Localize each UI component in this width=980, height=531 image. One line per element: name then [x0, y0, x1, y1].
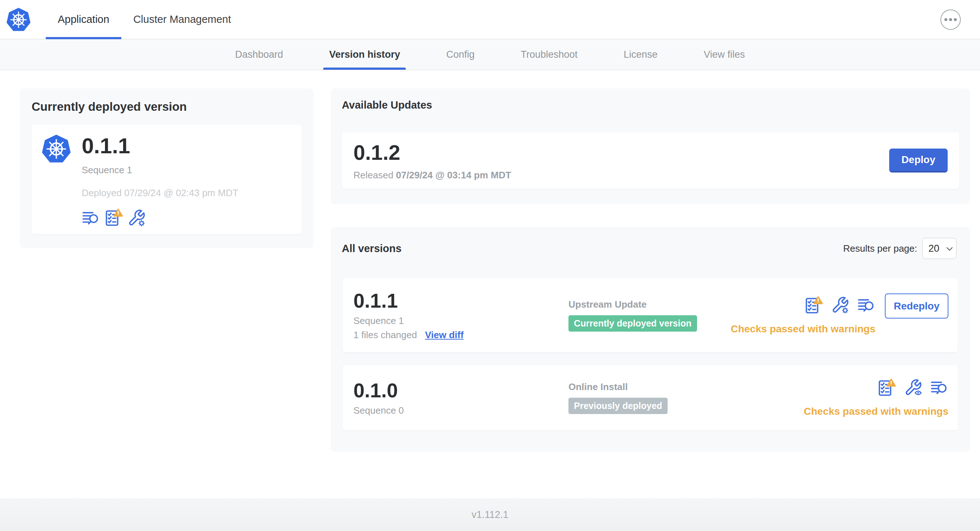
version-row-actions: Checks passed with warnings Redeploy — [731, 296, 948, 335]
ellipsis-icon — [949, 18, 952, 21]
kubernetes-logo-icon — [6, 6, 31, 34]
results-per-page-select[interactable]: 20 — [922, 238, 956, 259]
released-label: Released — [353, 170, 393, 181]
edit-config-icon[interactable] — [831, 296, 849, 314]
tab-dashboard-label: Dashboard — [235, 49, 283, 60]
page-footer: v1.112.1 — [0, 498, 980, 531]
view-logs-icon[interactable] — [930, 378, 948, 397]
tab-license[interactable]: License — [618, 39, 663, 70]
deploy-button[interactable]: Deploy — [889, 149, 948, 173]
current-version-sequence: Sequence 1 — [82, 165, 238, 176]
tab-view-files[interactable]: View files — [698, 39, 751, 70]
results-per-page: Results per page: 20 — [843, 238, 956, 259]
version-number: 0.1.1 — [353, 290, 568, 312]
version-row-info: 0.1.1 Sequence 1 1 files changed View di… — [353, 290, 568, 341]
version-action-icons — [877, 378, 948, 397]
version-source-label: Online Install — [568, 382, 804, 393]
status-badge: Currently deployed version — [568, 315, 697, 332]
available-update-row: 0.1.2 Released 07/29/24 @ 03:14 pm MDT D… — [342, 132, 959, 189]
files-changed-count: 1 files changed — [353, 329, 417, 341]
released-value: 07/29/24 @ 03:14 pm MDT — [396, 170, 511, 181]
app-kubernetes-icon — [41, 134, 72, 165]
version-row-source: Upstream Update Currently deployed versi… — [568, 299, 731, 332]
available-updates-title: Available Updates — [342, 99, 959, 111]
version-action-icons — [804, 296, 875, 315]
checks-column: Checks passed with warnings — [731, 296, 875, 335]
more-menu-button[interactable] — [940, 10, 961, 30]
tab-cluster-management-label: Cluster Management — [133, 13, 231, 25]
tab-version-history[interactable]: Version history — [323, 39, 406, 70]
results-per-page-label: Results per page: — [843, 243, 917, 254]
tab-license-label: License — [624, 49, 657, 60]
preflight-checks-warning-icon[interactable] — [804, 296, 823, 315]
version-row-source: Online Install Previously deployed — [568, 382, 804, 414]
ellipsis-icon — [954, 18, 957, 21]
all-versions-card: All versions Results per page: 20 0.1.1 … — [331, 227, 970, 452]
all-versions-header: All versions Results per page: 20 — [342, 238, 959, 259]
current-version-details: 0.1.1 Sequence 1 Deployed 07/29/24 @ 02:… — [82, 134, 238, 225]
tab-application[interactable]: Application — [46, 0, 121, 39]
view-diff-link[interactable]: View diff — [425, 329, 463, 341]
view-logs-icon[interactable] — [857, 296, 875, 314]
version-row-actions: Checks passed with warnings — [804, 378, 948, 417]
view-config-icon[interactable] — [904, 378, 922, 397]
version-source-label: Upstream Update — [568, 299, 731, 310]
version-number: 0.1.0 — [353, 380, 568, 401]
top-bar: Application Cluster Management — [0, 0, 980, 39]
files-changed-line: 1 files changed View diff — [353, 329, 568, 341]
available-updates-card: Available Updates 0.1.2 Released 07/29/2… — [331, 88, 970, 204]
tab-version-history-label: Version history — [329, 49, 400, 60]
checks-status-text: Checks passed with warnings — [731, 323, 875, 335]
update-released-timestamp: Released 07/29/24 @ 03:14 pm MDT — [353, 170, 511, 181]
version-row-info: 0.1.0 Sequence 0 — [353, 380, 568, 416]
currently-deployed-card: Currently deployed version 0.1.1 — [20, 88, 313, 248]
preflight-checks-warning-icon[interactable] — [104, 208, 123, 227]
current-version-number: 0.1.1 — [82, 134, 238, 158]
results-per-page-value: 20 — [928, 243, 939, 254]
checks-status-text: Checks passed with warnings — [804, 406, 948, 417]
tab-config[interactable]: Config — [440, 39, 480, 70]
version-row-0-1-0: 0.1.0 Sequence 0 Online Install Previous… — [342, 365, 958, 431]
version-sequence: Sequence 0 — [353, 405, 568, 416]
top-tabs: Application Cluster Management — [46, 0, 243, 39]
ellipsis-icon — [944, 18, 947, 21]
version-sequence: Sequence 1 — [353, 315, 568, 326]
currently-deployed-inner-card: 0.1.1 Sequence 1 Deployed 07/29/24 @ 02:… — [32, 125, 302, 234]
tab-troubleshoot[interactable]: Troubleshoot — [515, 39, 583, 70]
tab-troubleshoot-label: Troubleshoot — [520, 49, 578, 60]
version-history-page: Application Cluster Management Dashboard… — [0, 0, 980, 531]
tab-dashboard[interactable]: Dashboard — [229, 39, 289, 70]
update-version-number: 0.1.2 — [353, 140, 511, 165]
status-badge: Previously deployed — [568, 398, 668, 414]
tab-config-label: Config — [446, 49, 474, 60]
all-versions-title: All versions — [342, 243, 401, 254]
checks-column: Checks passed with warnings — [804, 378, 948, 417]
tab-application-label: Application — [58, 13, 109, 25]
current-version-actions — [82, 208, 238, 227]
currently-deployed-title: Currently deployed version — [32, 100, 302, 114]
redeploy-button[interactable]: Redeploy — [885, 294, 948, 318]
update-info: 0.1.2 Released 07/29/24 @ 03:14 pm MDT — [353, 140, 511, 181]
tab-cluster-management[interactable]: Cluster Management — [121, 0, 243, 39]
app-sub-nav: Dashboard Version history Config Trouble… — [0, 39, 980, 70]
view-logs-icon[interactable] — [82, 209, 100, 227]
current-version-deployed-timestamp: Deployed 07/29/24 @ 02:43 pm MDT — [82, 188, 238, 199]
preflight-checks-warning-icon[interactable] — [877, 378, 896, 397]
tab-view-files-label: View files — [703, 49, 745, 60]
chevron-down-icon — [947, 245, 953, 251]
edit-config-icon[interactable] — [127, 209, 146, 227]
version-row-0-1-1: 0.1.1 Sequence 1 1 files changed View di… — [342, 278, 958, 352]
console-version: v1.112.1 — [471, 509, 509, 520]
